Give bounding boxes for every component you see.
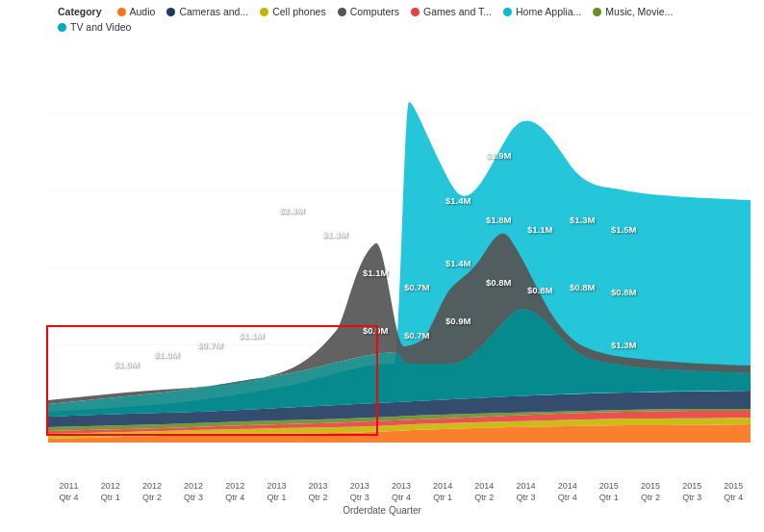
x-tick-2012q4: 2012Qtr 4 [215, 481, 256, 503]
x-tick-2013q2: 2013Qtr 2 [297, 481, 339, 503]
legend-label-4: Games and T... [423, 6, 492, 17]
x-tick-2012q2: 2012Qtr 2 [131, 481, 172, 503]
legend-dot-7 [58, 23, 66, 32]
legend-label-1: Cameras and... [179, 6, 248, 17]
legend-dot-3 [338, 8, 346, 16]
legend-label-6: Music, Movie... [605, 6, 673, 17]
legend-dot-0 [117, 8, 126, 16]
legend-label-2: Cell phones [272, 6, 325, 17]
x-tick-2012q3: 2012Qtr 3 [173, 481, 215, 503]
legend-item-4: Games and T... [411, 6, 492, 17]
stream-chart [29, 37, 756, 479]
x-axis-label: Orderdate Quarter [0, 505, 764, 516]
x-tick-2015q2: 2015Qtr 2 [629, 481, 671, 503]
legend-item-7: TV and Video [58, 21, 131, 33]
legend-dot-6 [593, 8, 601, 16]
legend-dot-1 [166, 8, 175, 16]
legend-dot-4 [411, 8, 420, 16]
x-tick-2012q1: 2012Qtr 1 [89, 481, 131, 503]
legend-item-0: Audio [117, 6, 156, 17]
legend-category-label: Category [58, 6, 102, 17]
legend-dot-2 [260, 8, 268, 16]
x-axis: 2011Qtr 4 2012Qtr 1 2012Qtr 2 2012Qtr 3 … [48, 479, 754, 503]
legend-dot-5 [503, 8, 512, 16]
legend-item-1: Cameras and... [166, 6, 248, 17]
legend-label-3: Computers [350, 6, 399, 17]
x-tick-2015q1: 2015Qtr 1 [588, 481, 629, 503]
x-tick-2011q4: 2011Qtr 4 [48, 481, 89, 503]
x-tick-2015q4: 2015Qtr 4 [713, 481, 754, 503]
x-tick-2013q4: 2013Qtr 4 [380, 481, 421, 503]
legend-label-0: Audio [130, 6, 156, 17]
x-tick-2013q1: 2013Qtr 1 [256, 481, 297, 503]
x-tick-2014q2: 2014Qtr 2 [464, 481, 505, 503]
legend-item-2: Cell phones [260, 6, 325, 17]
x-tick-2015q3: 2015Qtr 3 [672, 481, 713, 503]
legend-item-6: Music, Movie... [593, 6, 673, 17]
x-tick-2014q1: 2014Qtr 1 [422, 481, 464, 503]
x-tick-2013q3: 2013Qtr 3 [339, 481, 380, 503]
chart-container: Category AudioCameras and...Cell phonesC… [0, 0, 764, 532]
x-tick-2014q3: 2014Qtr 3 [505, 481, 547, 503]
legend-item-3: Computers [338, 6, 399, 17]
chart-legend: Category AudioCameras and...Cell phonesC… [0, 0, 764, 37]
x-tick-2014q4: 2014Qtr 4 [547, 481, 588, 503]
legend-item-5: Home Applia... [503, 6, 581, 17]
legend-label-5: Home Applia... [516, 6, 581, 17]
legend-label-7: TV and Video [70, 21, 131, 33]
